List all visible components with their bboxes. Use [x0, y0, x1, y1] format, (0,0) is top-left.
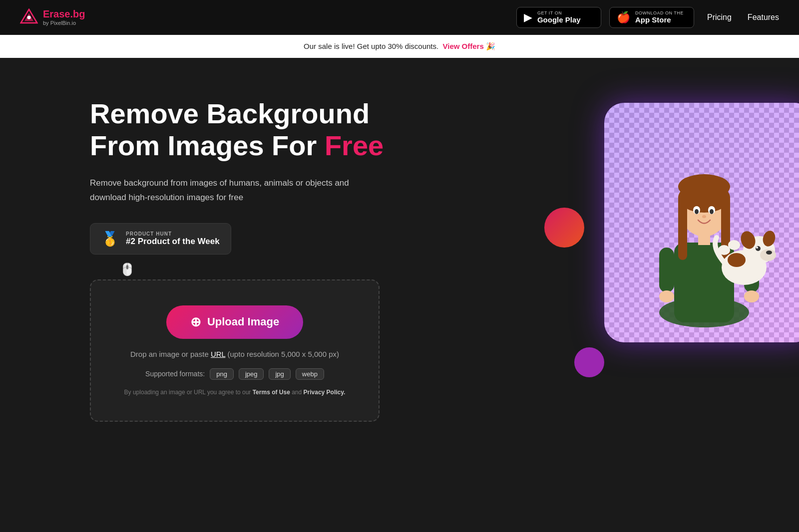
- terms-text: By uploading an image or URL you agree t…: [111, 389, 359, 396]
- format-webp: webp: [296, 368, 324, 380]
- svg-rect-16: [659, 248, 674, 292]
- nav-link-pricing[interactable]: Pricing: [707, 13, 732, 22]
- format-png: png: [210, 368, 234, 380]
- svg-point-21: [728, 253, 746, 267]
- logo-title: Erase.bg: [43, 8, 85, 20]
- formats-row: Supported formats: png jpeg jpg webp: [111, 368, 359, 380]
- svg-point-14: [710, 209, 714, 214]
- free-word: Free: [325, 130, 384, 161]
- svg-point-30: [728, 240, 740, 250]
- navbar: Erase.bg by PixelBin.io ▶ Get it on Goog…: [0, 0, 799, 35]
- logo-subtitle: by PixelBin.io: [43, 20, 85, 26]
- ph-text: PRODUCT HUNT #2 Product of the Week: [126, 231, 220, 247]
- product-hunt-badge: 🥇 PRODUCT HUNT #2 Product of the Week: [90, 223, 231, 255]
- deco-circle-gradient: [544, 208, 584, 248]
- promo-emoji: 🎉: [486, 42, 495, 50]
- plus-icon: ⊕: [190, 314, 201, 330]
- girl-dog-illustration: [604, 103, 799, 342]
- privacy-link[interactable]: Privacy Policy.: [304, 389, 346, 396]
- formats-label: Supported formats:: [145, 370, 205, 378]
- svg-point-28: [756, 247, 758, 249]
- hero-section: Remove Background From Images For Free R…: [0, 58, 799, 507]
- upload-button[interactable]: ⊕ Upload Image: [166, 305, 303, 339]
- nav-link-features[interactable]: Features: [748, 13, 779, 22]
- drop-text: Drop an image or paste URL (upto resolut…: [111, 350, 359, 358]
- hero-title: Remove Background From Images For Free: [90, 98, 400, 162]
- google-play-text: Get it on Google Play: [537, 10, 581, 24]
- svg-rect-8: [678, 195, 687, 260]
- nav-links: Pricing Features: [707, 13, 779, 22]
- photo-silhouette: [604, 103, 799, 342]
- svg-point-26: [766, 251, 772, 255]
- logo-icon: [20, 8, 38, 26]
- url-link[interactable]: URL: [211, 350, 225, 358]
- deco-circle-purple: [574, 347, 604, 377]
- svg-point-29: [718, 245, 730, 255]
- google-play-badge[interactable]: ▶ Get it on Google Play: [516, 7, 601, 28]
- photo-card: [604, 103, 799, 342]
- logo-area: Erase.bg by PixelBin.io: [20, 8, 85, 26]
- promo-banner: Our sale is live! Get upto 30% discounts…: [0, 35, 799, 58]
- svg-point-2: [27, 15, 30, 19]
- hero-description: Remove background from images of humans,…: [90, 176, 360, 205]
- svg-point-10: [678, 174, 730, 199]
- apple-icon: 🍎: [617, 11, 630, 24]
- hero-right: [554, 88, 799, 377]
- promo-text: Our sale is live! Get upto 30% discounts…: [304, 42, 438, 50]
- logo-text: Erase.bg by PixelBin.io: [43, 8, 85, 26]
- format-jpeg: jpeg: [239, 368, 264, 380]
- svg-point-27: [756, 246, 761, 251]
- nav-right: ▶ Get it on Google Play 🍎 Download on th…: [516, 7, 779, 28]
- app-store-badge[interactable]: 🍎 Download on the App Store: [609, 7, 694, 28]
- svg-point-19: [744, 290, 759, 302]
- upload-area: ⊕ Upload Image Drop an image or paste UR…: [90, 279, 380, 422]
- terms-link[interactable]: Terms of Use: [253, 389, 290, 396]
- hero-left: Remove Background From Images For Free R…: [90, 88, 400, 422]
- view-offers-link[interactable]: View Offers: [443, 42, 484, 50]
- format-jpg: jpg: [269, 368, 290, 380]
- svg-point-13: [695, 209, 699, 214]
- svg-point-15: [702, 215, 706, 218]
- google-play-icon: ▶: [524, 11, 532, 24]
- app-store-text: Download on the App Store: [635, 10, 684, 24]
- product-hunt-icon: 🥇: [101, 231, 119, 247]
- svg-point-18: [659, 290, 674, 302]
